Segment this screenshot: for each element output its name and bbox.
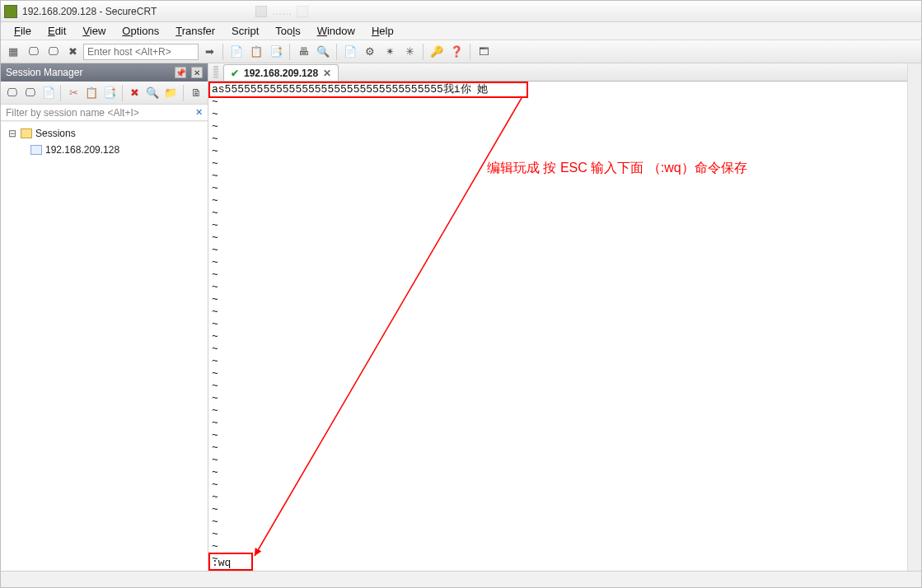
tb-find-icon[interactable]: 🔍	[314, 43, 332, 61]
terminal-tabs-bar: ✔ 192.168.209.128 ✕	[208, 63, 907, 82]
sm-newfolder-icon[interactable]: 📁	[162, 84, 179, 102]
main-toolbar: ▦ 🖵 🖵 ✖ ➡ 📄 📋 📑 🖶 🔍 📄 ⚙ ✴ ✳ 🔑 ❓ 🗔	[1, 40, 921, 63]
tb-paste-icon[interactable]: 📋	[247, 43, 265, 61]
tab-label: 192.168.209.128	[244, 68, 318, 79]
session-manager-toolbar: 🖵 🖵 📄 ✂ 📋 📑 ✖ 🔍 📁 🗎	[1, 82, 208, 105]
tb-copypaste-icon[interactable]: 📑	[267, 43, 285, 61]
toolbar-separator	[470, 44, 470, 60]
session-filter[interactable]: Filter by session name <Alt+I> ✕	[1, 105, 208, 121]
tree-root-label: Sessions	[35, 128, 76, 139]
menu-bar: File Edit View Options Transfer Script T…	[1, 22, 921, 40]
toolbar-separator	[423, 44, 424, 60]
title-bar: 192.168.209.128 - SecureCRT ……	[1, 1, 921, 22]
folder-icon	[21, 128, 32, 138]
panel-pin-button[interactable]: 📌	[175, 67, 186, 78]
toolbar-separator	[222, 44, 223, 60]
sm-cut-icon[interactable]: ✂	[65, 84, 82, 102]
toolbar-separator	[60, 85, 61, 101]
annotation-text: 编辑玩成 按 ESC 输入下面 （:wq）命令保存	[487, 160, 747, 177]
menu-tools[interactable]: Tools	[269, 23, 307, 39]
toolbar-separator	[122, 85, 123, 101]
tree-session-label: 192.168.209.128	[45, 144, 119, 156]
terminal-icon	[30, 145, 42, 155]
tb-go-icon[interactable]: ➡	[200, 43, 218, 61]
tb-copy-icon[interactable]: 📄	[227, 43, 246, 61]
main-area: ✔ 192.168.209.128 ✕ as555555555555555555…	[208, 63, 907, 571]
host-input[interactable]	[83, 44, 199, 60]
tree-root-row[interactable]: ⊟ Sessions	[4, 125, 204, 142]
session-manager-title: Session Manager	[6, 67, 82, 78]
menu-file[interactable]: File	[7, 23, 38, 39]
tb-list-icon[interactable]: 🗔	[475, 43, 493, 61]
session-filter-clear[interactable]: ✕	[195, 107, 203, 118]
tb-help-icon[interactable]: ❓	[447, 43, 466, 61]
toolbar-separator	[336, 44, 337, 60]
tb-options-icon[interactable]: ⚙	[361, 43, 379, 61]
session-manager-panel: Session Manager 📌 ✕ 🖵 🖵 📄 ✂ 📋 📑 ✖ 🔍 📁 🗎 …	[1, 63, 208, 571]
terminal-content: as5555555555555555555555555555555555我i你 …	[208, 82, 491, 571]
sm-new-icon[interactable]: 🖵	[4, 84, 21, 102]
body-row: Session Manager 📌 ✕ 🖵 🖵 📄 ✂ 📋 📑 ✖ 🔍 📁 🗎 …	[1, 63, 921, 571]
tb-quick-connect-icon[interactable]: 🖵	[24, 43, 42, 61]
app-icon	[4, 5, 17, 18]
sm-page-icon[interactable]: 🗎	[188, 84, 204, 102]
tab-drag-handle[interactable]	[213, 66, 218, 79]
sm-open-icon[interactable]: 🖵	[22, 84, 39, 102]
tb-connect-icon[interactable]: 🖵	[44, 43, 62, 61]
sm-delete-icon[interactable]: ✖	[127, 84, 143, 102]
terminal-viewport[interactable]: as5555555555555555555555555555555555我i你 …	[208, 82, 907, 571]
vertical-scrollbar[interactable]	[907, 63, 921, 571]
menu-transfer[interactable]: Transfer	[169, 23, 222, 39]
sm-find-icon[interactable]: 🔍	[145, 84, 161, 102]
tb-tool1-icon[interactable]: ✴	[381, 43, 399, 61]
sm-copy-icon[interactable]: 📋	[83, 84, 100, 102]
tb-key-icon[interactable]: 🔑	[428, 43, 446, 61]
menu-options[interactable]: Options	[115, 23, 166, 39]
tab-status-icon: ✔	[231, 68, 239, 79]
tb-tool2-icon[interactable]: ✳	[400, 43, 419, 61]
session-tree[interactable]: ⊟ Sessions 192.168.209.128	[1, 121, 208, 571]
terminal-command-line: :wq	[208, 555, 234, 571]
tree-session-row[interactable]: 192.168.209.128	[4, 142, 204, 158]
menu-window[interactable]: Window	[311, 23, 362, 39]
toolbar-separator	[289, 44, 290, 60]
tb-session-mgr-icon[interactable]: ▦	[4, 43, 22, 61]
menu-view[interactable]: View	[76, 23, 112, 39]
session-manager-header: Session Manager 📌 ✕	[1, 63, 208, 82]
terminal-tab[interactable]: ✔ 192.168.209.128 ✕	[223, 64, 339, 81]
tab-close-button[interactable]: ✕	[323, 68, 331, 79]
sm-props-icon[interactable]: 📄	[40, 84, 57, 102]
toolbar-separator	[183, 85, 184, 101]
window-title: 192.168.209.128 - SecureCRT	[22, 6, 157, 17]
status-bar	[1, 571, 921, 587]
tb-print-icon[interactable]: 🖶	[294, 43, 312, 61]
tb-script-icon[interactable]: 📄	[341, 43, 359, 61]
session-filter-placeholder: Filter by session name <Alt+I>	[6, 107, 139, 119]
tree-collapse-icon[interactable]: ⊟	[7, 128, 17, 139]
sm-paste-icon[interactable]: 📑	[101, 84, 118, 102]
tb-disconnect-icon[interactable]: ✖	[63, 43, 82, 61]
panel-close-button[interactable]: ✕	[191, 67, 203, 78]
menu-script[interactable]: Script	[225, 23, 265, 39]
background-tab: ……	[255, 6, 308, 17]
menu-edit[interactable]: Edit	[41, 23, 73, 39]
menu-help[interactable]: Help	[365, 23, 400, 39]
